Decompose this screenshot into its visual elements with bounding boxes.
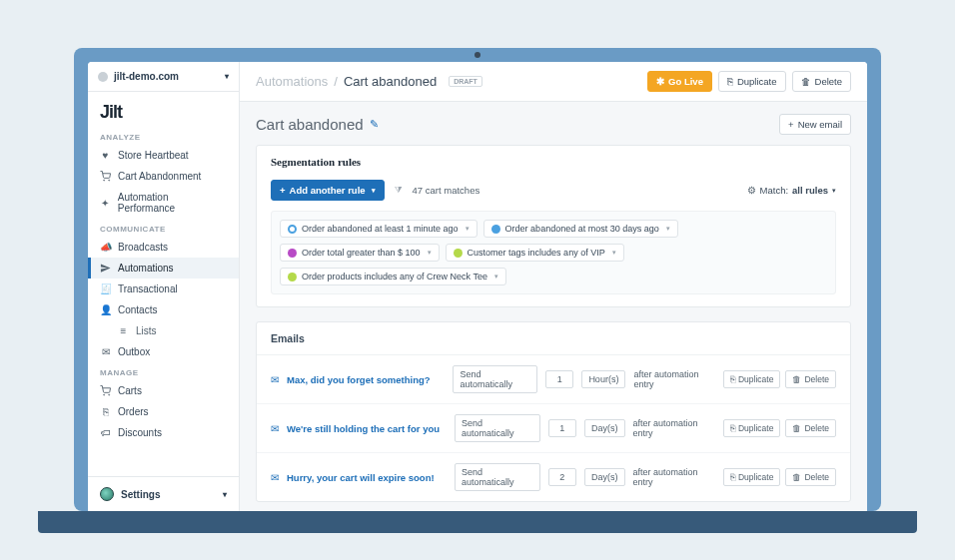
delay-number-input[interactable]: 1: [545, 370, 573, 388]
match-mode-select[interactable]: ⚙ Match: all rules ▾: [747, 185, 836, 196]
sidebar-item-carts[interactable]: Carts: [88, 380, 239, 401]
breadcrumb-sep: /: [334, 74, 338, 89]
breadcrumb-current: Cart abandoned: [344, 74, 437, 89]
rule-chip[interactable]: Order products includes any of Crew Neck…: [280, 268, 506, 285]
topbar: Automations / Cart abandoned DRAFT ✱Go L…: [240, 62, 867, 102]
sidebar-item-automations[interactable]: Automations: [88, 258, 239, 279]
sidebar-item-outbox[interactable]: ✉Outbox: [88, 341, 239, 362]
delay-number-input[interactable]: 1: [548, 419, 576, 437]
receipt-icon: 🧾: [100, 283, 111, 294]
delete-button[interactable]: 🗑Delete: [792, 71, 851, 92]
segmentation-card: Segmentation rules +Add another rule▾ ⧩ …: [256, 145, 851, 307]
rule-chip[interactable]: Order abandoned at most 30 days ago▾: [483, 220, 678, 238]
edit-title-button[interactable]: ✎: [370, 118, 379, 131]
camera-dot: [475, 52, 480, 58]
brand-logo: Jilt: [100, 102, 227, 123]
cart-icon: [100, 171, 111, 182]
segmentation-title: Segmentation rules: [257, 146, 850, 176]
sidebar-item-label: Contacts: [118, 304, 157, 315]
plus-icon: +: [788, 119, 794, 130]
after-text: after automation entry: [633, 467, 715, 487]
sidebar-item-cart-abandonment[interactable]: Cart Abandonment: [88, 166, 239, 187]
sidebar-item-lists[interactable]: ≡Lists: [88, 320, 239, 341]
new-email-button[interactable]: +New email: [779, 114, 851, 135]
rule-dot-icon: [288, 225, 297, 234]
breadcrumb-root[interactable]: Automations: [256, 74, 328, 89]
nav-section-communicate: COMMUNICATE: [88, 219, 239, 237]
rule-chip[interactable]: Customer tags includes any of VIP▾: [446, 244, 624, 262]
send-icon: [100, 263, 111, 274]
heart-icon: ♥: [100, 150, 111, 161]
settings-label: Settings: [121, 489, 160, 500]
copy-icon: ⎘: [730, 423, 735, 433]
sidebar-item-label: Automation Performance: [118, 192, 227, 214]
caret-down-icon: ▾: [466, 225, 470, 233]
settings-button[interactable]: Settings ▾: [88, 476, 239, 511]
rule-chip[interactable]: Order abandoned at least 1 minute ago▾: [280, 220, 478, 238]
caret-down-icon: ▾: [612, 249, 616, 257]
send-mode-select[interactable]: Send automatically: [453, 365, 537, 393]
email-subject-link[interactable]: We're still holding the cart for you: [287, 423, 447, 434]
orders-icon: ⎘: [100, 406, 111, 417]
trash-icon: 🗑: [792, 472, 801, 482]
megaphone-icon: 📣: [100, 242, 111, 253]
sidebar-item-broadcasts[interactable]: 📣Broadcasts: [88, 237, 239, 258]
go-live-button[interactable]: ✱Go Live: [647, 71, 712, 92]
sidebar-item-label: Broadcasts: [118, 242, 168, 253]
main: Automations / Cart abandoned DRAFT ✱Go L…: [240, 62, 867, 511]
svg-point-0: [104, 180, 105, 181]
plus-icon: +: [280, 185, 286, 196]
delay-unit-select[interactable]: Hour(s): [581, 370, 625, 388]
email-delete-button[interactable]: 🗑Delete: [785, 419, 836, 437]
cart-icon: [100, 385, 111, 396]
tag-icon: 🏷: [100, 427, 111, 438]
brand: Jilt: [88, 92, 239, 127]
rule-chips: Order abandoned at least 1 minute ago▾ O…: [271, 211, 836, 294]
email-delete-button[interactable]: 🗑Delete: [785, 370, 836, 388]
sidebar-item-label: Automations: [118, 263, 174, 274]
sidebar: jilt-demo.com ▾ Jilt ANALYZE ♥Store Hear…: [88, 62, 240, 511]
sidebar-item-label: Outbox: [118, 346, 150, 357]
trash-icon: 🗑: [801, 76, 811, 87]
sidebar-item-automation-perf[interactable]: ✦Automation Performance: [88, 187, 239, 219]
add-rule-button[interactable]: +Add another rule▾: [271, 180, 385, 201]
sidebar-item-label: Transactional: [118, 283, 178, 294]
sidebar-item-orders[interactable]: ⎘Orders: [88, 401, 239, 422]
envelope-icon: ✉: [271, 374, 279, 385]
sidebar-item-heartbeat[interactable]: ♥Store Heartbeat: [88, 145, 239, 166]
email-duplicate-button[interactable]: ⎘Duplicate: [723, 370, 780, 388]
sidebar-item-discounts[interactable]: 🏷Discounts: [88, 422, 239, 443]
caret-down-icon: ▾: [428, 249, 432, 257]
user-icon: 👤: [100, 304, 111, 315]
email-subject-link[interactable]: Hurry, your cart will expire soon!: [287, 472, 447, 483]
sidebar-item-transactional[interactable]: 🧾Transactional: [88, 279, 239, 299]
rocket-icon: ✦: [100, 198, 111, 209]
send-mode-select[interactable]: Send automatically: [455, 414, 540, 442]
delay-number-input[interactable]: 2: [548, 468, 576, 486]
copy-icon: ⎘: [730, 472, 735, 482]
rule-dot-icon: [288, 273, 297, 281]
send-mode-select[interactable]: Send automatically: [455, 463, 540, 491]
caret-down-icon: ▾: [223, 490, 227, 499]
email-duplicate-button[interactable]: ⎘Duplicate: [723, 419, 780, 437]
page-title: Cart abandoned: [256, 116, 364, 133]
delay-unit-select[interactable]: Day(s): [584, 468, 625, 486]
email-row: ✉ Hurry, your cart will expire soon! Sen…: [257, 453, 850, 501]
copy-icon: ⎘: [730, 374, 735, 384]
sidebar-item-label: Store Heartbeat: [118, 150, 189, 161]
rule-chip[interactable]: Order total greater than $ 100▾: [280, 244, 440, 262]
caret-down-icon: ▾: [372, 187, 376, 195]
email-subject-link[interactable]: Max, did you forget something?: [287, 374, 445, 385]
email-delete-button[interactable]: 🗑Delete: [785, 468, 836, 486]
shop-dot-icon: [98, 72, 108, 82]
delay-unit-select[interactable]: Day(s): [584, 419, 625, 437]
shop-selector[interactable]: jilt-demo.com ▾: [88, 62, 239, 92]
duplicate-button[interactable]: ⎘Duplicate: [718, 71, 786, 92]
sidebar-item-contacts[interactable]: 👤Contacts: [88, 299, 239, 320]
caret-down-icon: ▾: [494, 273, 498, 280]
sidebar-item-label: Orders: [118, 406, 149, 417]
after-text: after automation entry: [633, 418, 715, 438]
email-duplicate-button[interactable]: ⎘Duplicate: [723, 468, 780, 486]
caret-down-icon: ▾: [832, 187, 836, 195]
envelope-icon: ✉: [271, 472, 279, 483]
